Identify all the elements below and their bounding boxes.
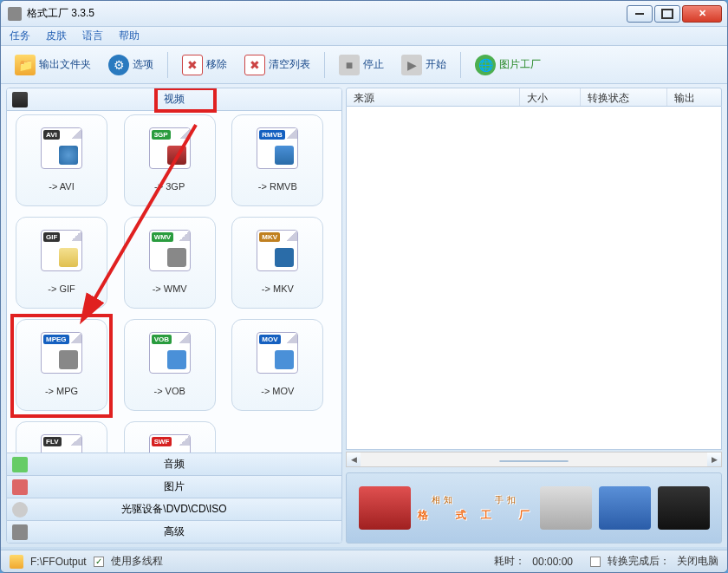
right-panel: 来源 大小 转换状态 输出 [F2] ◀ ▶ 格相知式 工手扣厂: [346, 88, 722, 544]
col-size[interactable]: 大小: [520, 88, 581, 106]
file-icon: VOB: [149, 332, 191, 374]
stop-button[interactable]: ■ 停止: [332, 51, 391, 79]
format-tile-3gp[interactable]: 3GP-> 3GP: [124, 114, 216, 206]
scroll-left-arrow[interactable]: ◀: [347, 453, 361, 466]
task-list[interactable]: [346, 107, 722, 450]
format-badge: MOV: [259, 335, 280, 344]
category-tab-advanced[interactable]: 高级: [7, 520, 341, 543]
output-folder-button[interactable]: 📁 输出文件夹: [8, 51, 98, 79]
after-action-checkbox[interactable]: [590, 557, 601, 567]
audio-category-icon: [12, 457, 28, 472]
tablet-icon: [599, 486, 651, 530]
pic-factory-label: 图片工厂: [499, 57, 541, 72]
col-source[interactable]: 来源: [347, 88, 520, 106]
multithread-label[interactable]: 使用多线程: [111, 554, 163, 569]
folder-icon: 📁: [15, 55, 36, 75]
start-label: 开始: [426, 57, 446, 72]
phone-icon: [658, 486, 710, 530]
close-button[interactable]: [682, 5, 722, 23]
category-image-label: 图片: [164, 479, 185, 494]
camcorder-icon: [359, 486, 411, 530]
start-icon: ▶: [401, 55, 422, 75]
toolbar-separator: [167, 52, 168, 78]
titlebar[interactable]: 格式工厂 3.3.5: [1, 1, 727, 27]
file-icon: MPEG: [41, 332, 82, 374]
format-tile-gif[interactable]: GIF-> GIF: [16, 217, 107, 309]
start-button[interactable]: ▶ 开始: [394, 51, 453, 79]
format-tile-mkv[interactable]: MKV-> MKV: [231, 217, 323, 309]
format-sub-icon: [275, 350, 294, 369]
logo-char-4: 厂: [519, 509, 533, 521]
format-tile-rmvb[interactable]: RMVB-> RMVB: [231, 114, 323, 206]
after-action-value[interactable]: 关闭电脑: [677, 554, 718, 569]
format-badge: FLV: [43, 437, 62, 446]
format-badge: AVI: [43, 130, 60, 140]
file-icon: WMV: [149, 230, 191, 271]
options-button[interactable]: ⚙ 选项: [101, 51, 160, 79]
menu-language[interactable]: 语言: [82, 29, 103, 43]
clear-label: 清空列表: [269, 57, 310, 72]
format-sub-icon: [59, 146, 78, 165]
file-icon: RMVB: [257, 127, 298, 169]
format-sub-icon: [275, 146, 294, 165]
status-bar: F:\FFOutput 使用多线程 耗时： 00:00:00 转换完成后： 关闭…: [1, 550, 727, 572]
maximize-button[interactable]: [654, 5, 680, 23]
format-label: -> MKV: [262, 283, 294, 294]
col-output[interactable]: 输出 [F2]: [667, 88, 721, 106]
format-sub-icon: [167, 248, 186, 267]
output-path[interactable]: F:\FFOutput: [30, 556, 87, 568]
multithread-checkbox[interactable]: [94, 557, 104, 567]
category-advanced-label: 高级: [164, 524, 185, 539]
format-tile-avi[interactable]: AVI-> AVI: [16, 114, 107, 206]
scroll-thumb[interactable]: [499, 460, 569, 462]
format-tile-vob[interactable]: VOB-> VOB: [124, 319, 216, 411]
category-video-label: 视频: [164, 92, 185, 107]
file-icon: 3GP: [149, 127, 191, 169]
format-tile-wmv[interactable]: WMV-> WMV: [124, 217, 216, 309]
menu-help[interactable]: 帮助: [119, 29, 140, 43]
col-status[interactable]: 转换状态: [581, 88, 667, 106]
file-icon: GIF: [41, 230, 82, 271]
stop-label: 停止: [363, 57, 384, 72]
menu-skin[interactable]: 皮肤: [46, 29, 67, 43]
format-tile-flv[interactable]: FLV-> FLV: [16, 421, 107, 453]
format-label: -> VOB: [153, 386, 185, 396]
format-tile-swf[interactable]: SWF-> SWF: [124, 421, 216, 453]
category-tab-disc[interactable]: 光驱设备\DVD\CD\ISO: [7, 498, 341, 520]
format-badge: WMV: [152, 232, 174, 242]
format-tile-mpeg[interactable]: MPEG-> MPG: [16, 319, 107, 411]
format-grid-wrap: AVI-> AVI3GP-> 3GPRMVB-> RMVBGIF-> GIFWM…: [7, 111, 341, 453]
category-tab-audio[interactable]: 音频: [7, 453, 341, 475]
logo-ann-1: 相知: [432, 495, 456, 505]
remove-button[interactable]: ✖ 移除: [175, 51, 234, 79]
format-tile-mov[interactable]: MOV-> MOV: [231, 319, 323, 411]
horizontal-scrollbar[interactable]: ◀ ▶: [346, 452, 722, 467]
advanced-category-icon: [12, 524, 28, 540]
pic-factory-button[interactable]: 🌐 图片工厂: [468, 51, 548, 79]
elapsed-value: 00:00:00: [532, 556, 573, 568]
options-icon: ⚙: [108, 55, 129, 75]
file-icon: AVI: [41, 127, 82, 169]
image-category-icon: [12, 479, 28, 495]
disc-category-icon: [12, 502, 28, 518]
format-label: -> GIF: [48, 283, 75, 294]
format-badge: VOB: [152, 335, 172, 344]
minimize-button[interactable]: [627, 5, 653, 23]
category-tab-image[interactable]: 图片: [7, 475, 341, 498]
after-action-label: 转换完成后：: [608, 554, 670, 569]
options-label: 选项: [133, 57, 153, 72]
format-label: -> MPG: [45, 386, 78, 396]
menubar: 任务 皮肤 语言 帮助: [1, 27, 727, 46]
remove-label: 移除: [206, 57, 227, 72]
clear-icon: ✖: [244, 55, 265, 75]
clear-list-button[interactable]: ✖ 清空列表: [237, 51, 317, 79]
scroll-right-arrow[interactable]: ▶: [707, 453, 721, 466]
main-body: 视频 AVI-> AVI3GP-> 3GPRMVB-> RMVBGIF-> GI…: [1, 84, 727, 547]
format-label: -> MOV: [261, 386, 294, 396]
format-badge: MKV: [259, 232, 280, 242]
menu-task[interactable]: 任务: [10, 29, 30, 43]
logo-char-1: 格: [418, 509, 432, 521]
format-sub-icon: [275, 248, 294, 267]
output-folder-status-icon[interactable]: [10, 555, 23, 569]
category-tab-video[interactable]: 视频: [7, 88, 341, 111]
